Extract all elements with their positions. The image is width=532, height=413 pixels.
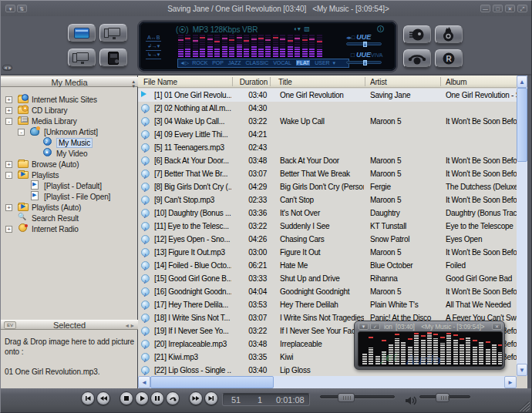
svg-text:R: R <box>446 55 452 63</box>
